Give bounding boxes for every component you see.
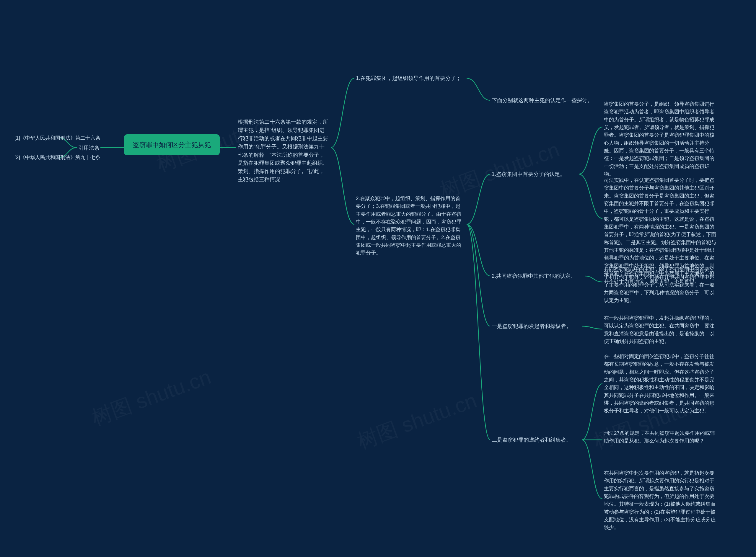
node-sec4-title: 二是盗窃犯罪的邀约者和纠集者。 xyxy=(492,436,580,444)
node-definition: 根据刑法第二十六条第一款的规定，所谓主犯，是指“组织、领导犯罪集团进行犯罪活动的… xyxy=(238,118,329,184)
node-sec4-body2: 刑法27条的规定，在共同盗窃中起次要作用的或辅助作用的是从犯。那么何为起次要作用… xyxy=(604,430,716,445)
node-sec4-body1: 在一些相对固定的团伙盗窃犯罪中，盗窃分子往往都有长期盗窃犯罪的故意，一般不存在发… xyxy=(604,353,716,415)
node-sec3-body: 在一般共同盗窃犯罪中，发起并操纵盗窃犯罪的，可以认定为盗窃犯罪的主犯。在共同盗窃… xyxy=(604,314,716,345)
watermark: 树图 shutu.cn xyxy=(88,363,215,432)
citation-1: [1]《中华人民共和国刑法》第二十六条 xyxy=(9,134,101,142)
node-case23: 2.在聚众犯罪中，起组织、策划、指挥作用的首要分子；3.在犯罪集团或者一般共同犯… xyxy=(356,195,465,257)
node-sec3-title: 一是盗窃犯罪的发起者和操纵者。 xyxy=(492,322,580,331)
cite-head: 引用法条 xyxy=(78,144,100,152)
watermark: 树图 shutu.cn xyxy=(354,387,481,456)
citation-2: [2]《中华人民共和国刑法》第九十七条 xyxy=(9,154,101,162)
node-sec4-body3: 在共同盗窃中起次要作用的盗窃犯，就是指起次要作用的实行犯。所谓起次要作用的实行犯… xyxy=(604,469,716,532)
node-sec2-title: 2.共同盗窃犯罪中其他主犯的认定。 xyxy=(492,272,583,281)
node-sec2-body: 共同盗窃犯罪中的主犯，除了盗窃集团中的首要分子和其他主犯外，还包括在其他共同盗窃… xyxy=(604,266,716,304)
node-sec1-body1: 盗窃集团的首要分子，是组织、领导盗窃集团进行盗窃犯罪活动为首者，即盗窃集团中组织… xyxy=(604,100,716,178)
node-sec1-title: 1.盗窃集团中首要分子的认定。 xyxy=(492,170,577,179)
node-intro: 下面分别就这两种主犯的认定作一些探讨。 xyxy=(492,96,601,105)
root-node[interactable]: 盗窃罪中如何区分主犯从犯 xyxy=(124,134,220,155)
node-case1: 1.在犯罪集团，起组织领导作用的首要分子； xyxy=(356,75,465,83)
